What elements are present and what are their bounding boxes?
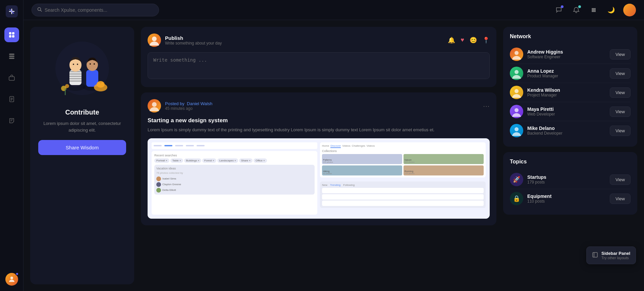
emoji-icon[interactable]: 😊	[470, 37, 477, 44]
svg-rect-36	[69, 80, 82, 82]
svg-point-44	[94, 63, 95, 65]
svg-point-43	[90, 63, 91, 65]
svg-point-53	[152, 102, 157, 107]
svg-point-54	[515, 51, 519, 55]
sidebar-item-document[interactable]	[4, 92, 19, 106]
publish-username: Publish	[165, 35, 222, 41]
svg-point-22	[594, 8, 596, 9]
view-button-kendra[interactable]: View	[610, 87, 631, 98]
sidebar-user-avatar[interactable]	[5, 273, 18, 286]
svg-point-56	[515, 89, 519, 93]
startups-icon: 🚀	[510, 173, 523, 186]
network-avatar-kendra	[510, 86, 523, 99]
view-button-andrew[interactable]: View	[610, 49, 631, 60]
panel-layout-icon	[592, 252, 598, 259]
svg-rect-9	[9, 58, 14, 59]
svg-point-39	[77, 64, 78, 65]
svg-point-24	[593, 9, 594, 11]
svg-rect-51	[65, 88, 66, 95]
svg-point-28	[594, 11, 596, 12]
post-title: Starting a new design system	[148, 117, 490, 124]
view-button-startups[interactable]: View	[610, 174, 631, 185]
network-name-kendra: Kendra Wilson	[527, 87, 606, 93]
svg-point-50	[65, 84, 69, 88]
publish-info: Publish Write something about your day	[165, 35, 222, 46]
network-role-anna: Product Manager	[527, 74, 606, 78]
apps-icon[interactable]	[588, 5, 599, 15]
svg-rect-8	[9, 56, 14, 57]
equipment-icon: 🔒	[510, 192, 523, 205]
network-role-andrew: Software Engineer	[527, 55, 606, 59]
svg-rect-35	[69, 78, 82, 79]
svg-point-17	[10, 277, 13, 279]
network-avatar-maya	[510, 105, 523, 118]
notifications-icon[interactable]	[571, 5, 582, 15]
notifications-badge	[578, 5, 581, 8]
svg-point-20	[592, 8, 593, 9]
network-role-kendra: Project Manager	[527, 93, 606, 97]
svg-point-27	[593, 11, 594, 12]
publish-action-icons: 🔔 ♥ 😊 📍	[448, 37, 490, 44]
network-card: Network Andrew Higgins Software Engineer…	[503, 27, 637, 147]
topic-name-startups: Startups	[527, 174, 606, 180]
network-name-anna: Anna Lopez	[527, 68, 606, 74]
post-header: Posted by Daniel Walsh 45 minutes ago ··…	[148, 99, 490, 113]
share-wisdom-button[interactable]: Share Wisdom	[38, 140, 126, 155]
header-user-avatar[interactable]	[623, 4, 636, 16]
topic-posts-equipment: 110 posts	[527, 199, 606, 204]
theme-toggle[interactable]: 🌙	[606, 5, 616, 15]
publish-avatar	[148, 33, 161, 47]
network-avatar-mike	[510, 124, 523, 137]
post-author-name[interactable]: Daniel Walsh	[187, 101, 212, 106]
messages-badge	[561, 5, 564, 8]
network-item-4: Mike Delano Backend Developer View	[510, 121, 631, 140]
post-body: Lorem Ipsum is simply dummy text of the …	[148, 127, 490, 134]
right-panel: Network Andrew Higgins Software Engineer…	[503, 27, 637, 284]
heart-icon[interactable]: ♥	[461, 37, 464, 44]
network-item-2: Kendra Wilson Project Manager View	[510, 83, 631, 102]
search-input[interactable]	[45, 7, 153, 13]
topic-posts-startups: 179 posts	[527, 180, 606, 185]
svg-point-48	[101, 82, 103, 84]
network-info-anna: Anna Lopez Product Manager	[527, 68, 606, 78]
header-actions: 🌙	[553, 4, 636, 16]
topics-card: Topics 🚀 Startups 179 posts View 🔒 Equip…	[503, 152, 637, 215]
network-name-maya: Maya Piretti	[527, 106, 606, 112]
network-item-3: Maya Piretti Web Developer View	[510, 102, 631, 121]
post-more-button[interactable]: ···	[483, 102, 490, 110]
network-title: Network	[510, 33, 631, 40]
network-item-1: Anna Lopez Product Manager View	[510, 64, 631, 83]
app-logo[interactable]	[6, 5, 18, 17]
content-area: Contribute Lorem ipsum dolor sit amet, c…	[23, 20, 644, 291]
bell-icon[interactable]: 🔔	[448, 37, 455, 44]
publish-textarea[interactable]	[148, 52, 490, 79]
messages-icon[interactable]	[553, 5, 564, 15]
panel-popup-title: Sidebar Panel	[601, 251, 630, 256]
sidebar-item-note[interactable]	[4, 113, 19, 128]
contribute-card: Contribute Lorem ipsum dolor sit amet, c…	[30, 27, 134, 284]
svg-rect-3	[9, 32, 11, 34]
svg-rect-41	[86, 70, 98, 87]
post-image: Recent searches Portrait × Table × Build…	[148, 138, 490, 219]
view-button-equipment[interactable]: View	[610, 194, 631, 204]
sidebar-item-work[interactable]	[4, 70, 19, 85]
location-icon[interactable]: 📍	[482, 37, 490, 44]
view-button-anna[interactable]: View	[610, 68, 631, 79]
sidebar-item-grid[interactable]	[4, 49, 19, 64]
publish-subtitle: Write something about your day	[165, 41, 222, 46]
view-button-maya[interactable]: View	[610, 106, 631, 117]
search-bar[interactable]	[32, 4, 159, 16]
panel-popup[interactable]: Sidebar Panel Try other layouts	[586, 246, 636, 264]
publish-header: Publish Write something about your day 🔔…	[148, 33, 490, 47]
topic-item-startups: 🚀 Startups 179 posts View	[510, 170, 631, 189]
svg-rect-4	[12, 32, 14, 34]
svg-rect-5	[9, 35, 11, 38]
sidebar-item-dashboard[interactable]	[4, 27, 19, 42]
panel-popup-subtitle: Try other layouts	[601, 256, 630, 260]
svg-rect-34	[69, 76, 82, 77]
svg-point-58	[515, 127, 519, 131]
view-button-mike[interactable]: View	[610, 126, 631, 136]
network-avatar-anna	[510, 67, 523, 80]
svg-line-19	[41, 10, 42, 12]
sidebar-avatar-badge	[15, 272, 19, 276]
